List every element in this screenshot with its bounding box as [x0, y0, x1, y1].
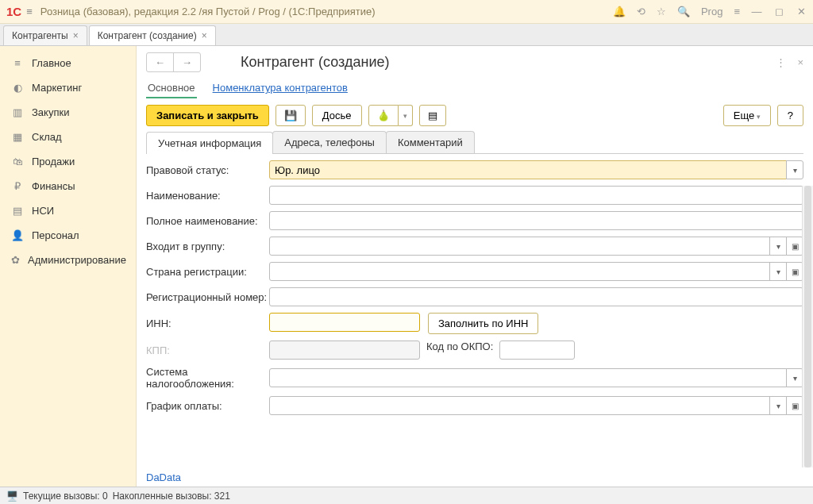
country-input[interactable]	[269, 262, 770, 281]
sidebar-item-label: Продажи	[32, 156, 75, 167]
reg-number-input[interactable]	[269, 287, 803, 306]
sidebar-item-marketing[interactable]: ◐Маркетинг	[0, 75, 136, 100]
sidebar-item-admin[interactable]: ✿Администрирование	[0, 248, 136, 272]
reg-number-label: Регистрационный номер:	[146, 291, 269, 303]
nav-back-button[interactable]: ←	[147, 53, 174, 71]
dadata-link[interactable]: DaData	[146, 471, 181, 483]
menu-lines-icon[interactable]: ≡	[734, 6, 740, 17]
minimize-button[interactable]: —	[751, 6, 762, 17]
close-button[interactable]: ✕	[796, 6, 807, 17]
sidebar-item-finance[interactable]: ₽Финансы	[0, 174, 136, 198]
logo-1c: 1С	[6, 5, 21, 18]
sidebar-item-nsi[interactable]: ▤НСИ	[0, 198, 136, 223]
star-icon[interactable]: ☆	[657, 6, 666, 17]
tab-contractor-create[interactable]: Контрагент (создание) ×	[89, 25, 216, 45]
more-button[interactable]: Еще	[723, 105, 771, 126]
form-tab-comment[interactable]: Комментарий	[386, 131, 475, 153]
nsi-icon: ▤	[11, 205, 24, 217]
fill-by-inn-button[interactable]: Заполнить по ИНН	[428, 313, 538, 334]
home-icon: ≡	[11, 57, 24, 69]
status-accumulated-calls: Накопленные вызовы: 321	[113, 491, 230, 502]
tab-label: Контрагенты	[12, 30, 68, 41]
sidebar-item-warehouse[interactable]: ▦Склад	[0, 125, 136, 149]
group-input[interactable]	[269, 237, 770, 256]
history-icon[interactable]: ⟲	[637, 6, 645, 17]
form-tab-addresses[interactable]: Адреса, телефоны	[272, 131, 387, 153]
personnel-icon: 👤	[11, 229, 24, 241]
group-label: Входит в группу:	[146, 240, 269, 252]
sales-icon: 🛍	[11, 156, 24, 167]
close-page-icon[interactable]: ×	[797, 56, 803, 68]
full-name-input[interactable]	[269, 211, 803, 230]
kpp-label: КПП:	[146, 344, 269, 356]
country-dropdown-button[interactable]: ▾	[769, 262, 787, 281]
group-dropdown-button[interactable]: ▾	[769, 237, 787, 256]
tax-system-dropdown-button[interactable]: ▾	[786, 368, 803, 387]
sidebar-item-main[interactable]: ≡Главное	[0, 51, 136, 75]
search-icon[interactable]: 🔍	[677, 6, 690, 17]
payment-schedule-dropdown-button[interactable]: ▾	[769, 396, 787, 415]
sidebar-item-label: Главное	[32, 57, 71, 69]
sidebar-item-label: Финансы	[32, 180, 75, 192]
inn-label: ИНН:	[146, 317, 269, 329]
legal-status-dropdown-button[interactable]: ▾	[786, 160, 803, 179]
help-button[interactable]: ?	[777, 105, 803, 126]
dossier-button[interactable]: Досье	[312, 105, 362, 126]
bell-icon[interactable]: 🔔	[613, 6, 626, 17]
tab-close-icon[interactable]: ×	[73, 30, 79, 41]
status-current-calls: Текущие вызовы: 0	[23, 491, 108, 502]
sidebar-item-label: Склад	[32, 131, 62, 143]
fill-dropdown-button[interactable]: ▾	[399, 105, 413, 126]
tax-system-input[interactable]	[269, 368, 787, 387]
sidebar-item-sales[interactable]: 🛍Продажи	[0, 149, 136, 174]
inn-input[interactable]	[269, 313, 420, 332]
vertical-scrollbar[interactable]	[802, 186, 813, 467]
country-label: Страна регистрации:	[146, 266, 269, 278]
payment-schedule-input[interactable]	[269, 396, 770, 415]
sidebar-item-label: Закупки	[32, 106, 69, 118]
scrollbar-thumb[interactable]	[804, 186, 811, 467]
subtab-nomenclature[interactable]: Номенклатура контрагентов	[211, 79, 349, 98]
sidebar: ≡Главное ◐Маркетинг ▥Закупки ▦Склад 🛍Про…	[0, 46, 137, 487]
payment-schedule-open-button[interactable]: ▣	[786, 396, 803, 415]
sidebar-item-label: НСИ	[32, 205, 54, 217]
legal-status-label: Правовой статус:	[146, 164, 269, 176]
name-label: Наименование:	[146, 190, 269, 202]
sidebar-item-label: Администрирование	[28, 254, 126, 266]
nav-buttons: ← →	[146, 52, 201, 72]
save-close-button[interactable]: Записать и закрыть	[146, 105, 269, 126]
nav-forward-button[interactable]: →	[174, 53, 200, 71]
legal-status-input[interactable]	[269, 160, 787, 179]
list-button[interactable]: ▤	[419, 105, 446, 126]
save-button[interactable]: 💾	[275, 105, 306, 126]
titlebar: 1С ≡ Розница (базовая), редакция 2.2 /яя…	[0, 0, 813, 24]
okpo-label: Код по ОКПО:	[426, 340, 493, 360]
group-open-button[interactable]: ▣	[786, 237, 803, 256]
country-open-button[interactable]: ▣	[786, 262, 803, 281]
statusbar: 🖥️ Текущие вызовы: 0 Накопленные вызовы:…	[0, 487, 813, 504]
tabbar: Контрагенты × Контрагент (создание) ×	[0, 24, 813, 46]
tab-contractors[interactable]: Контрагенты ×	[3, 25, 87, 45]
admin-icon: ✿	[11, 254, 20, 266]
purchases-icon: ▥	[11, 106, 24, 118]
more-menu-icon[interactable]: ⋮	[776, 56, 786, 68]
menu-icon[interactable]: ≡	[26, 6, 33, 17]
finance-icon: ₽	[11, 180, 24, 192]
form-tab-account-info[interactable]: Учетная информация	[146, 132, 273, 154]
warehouse-icon: ▦	[11, 131, 24, 143]
marketing-icon: ◐	[11, 82, 24, 94]
sidebar-item-personnel[interactable]: 👤Персонал	[0, 223, 136, 248]
prog-label[interactable]: Prog	[701, 6, 722, 17]
okpo-input[interactable]	[499, 340, 575, 360]
name-input[interactable]	[269, 186, 803, 205]
page-title: Контрагент (создание)	[241, 54, 389, 71]
sidebar-item-purchases[interactable]: ▥Закупки	[0, 100, 136, 125]
fill-button[interactable]: 🍐	[368, 105, 399, 126]
kpp-input[interactable]	[269, 340, 420, 360]
maximize-button[interactable]: ◻	[773, 6, 784, 17]
window-title: Розница (базовая), редакция 2.2 /яя Пуст…	[40, 6, 613, 17]
sidebar-item-label: Маркетинг	[32, 82, 82, 94]
subtab-main[interactable]: Основное	[146, 79, 197, 98]
tab-close-icon[interactable]: ×	[202, 30, 207, 41]
tax-system-label: Система налогообложения:	[146, 366, 269, 390]
